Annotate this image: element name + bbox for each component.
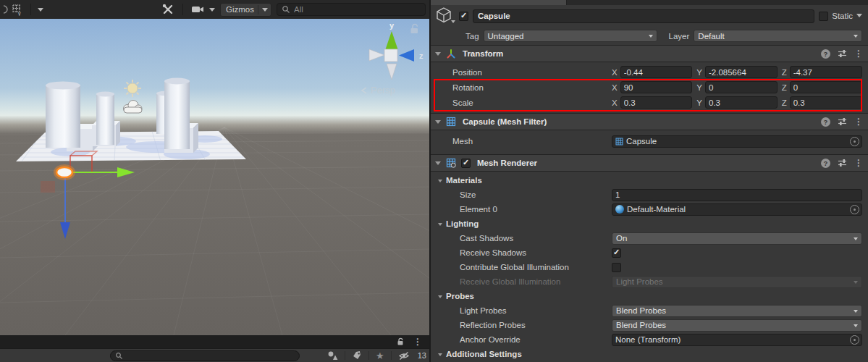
scene-search-field[interactable]	[277, 3, 426, 16]
shapes-filter-icon[interactable]	[327, 350, 338, 361]
presets-icon[interactable]	[838, 159, 847, 167]
probes-section-header: Probes	[431, 289, 868, 303]
rotation-y-input[interactable]	[705, 81, 778, 93]
gizmos-label: Gizmos	[226, 5, 254, 14]
gizmo-center-cube[interactable]	[384, 49, 397, 62]
mesh-filter-component-header[interactable]: Capsule (Mesh Filter) ? ⋮	[431, 113, 868, 130]
scene-viewport[interactable]: y z Persp	[0, 19, 429, 335]
active-checkbox[interactable]	[459, 12, 468, 21]
gameobject-cube-icon[interactable]	[435, 7, 455, 25]
gizmos-dropdown-arrow-icon[interactable]	[262, 8, 268, 14]
cylinder-object[interactable]	[46, 82, 80, 148]
camera-dropdown-arrow-icon[interactable]	[209, 8, 215, 14]
separator	[368, 351, 369, 360]
favorites-star-icon[interactable]: ★	[376, 351, 384, 361]
rotation-z-input[interactable]	[790, 81, 862, 93]
lock-icon[interactable]	[396, 337, 405, 346]
foldout-icon[interactable]	[438, 353, 442, 358]
object-picker-icon[interactable]	[850, 137, 859, 146]
camera-settings-button[interactable]	[191, 4, 215, 14]
additional-settings-section-header: Additional Settings	[431, 347, 868, 361]
kebab-menu-icon[interactable]: ⋮	[854, 49, 863, 58]
hierarchy-search-input[interactable]	[126, 352, 295, 361]
mesh-renderer-component-header[interactable]: Mesh Renderer ? ⋮	[431, 154, 868, 172]
scene-search-input[interactable]	[294, 5, 421, 14]
kebab-menu-icon[interactable]: ⋮	[854, 117, 863, 126]
dropdown-arrow-icon	[854, 281, 858, 286]
foldout-icon[interactable]	[435, 52, 441, 59]
kebab-menu-icon[interactable]: ⋮	[854, 159, 863, 167]
cast-shadows-dropdown[interactable]: On	[612, 232, 862, 245]
hidden-objects-eye-icon[interactable]	[398, 351, 411, 361]
tools-overlay-icon[interactable]	[161, 3, 174, 16]
scale-x-input[interactable]	[620, 96, 693, 109]
foldout-icon[interactable]	[438, 295, 442, 300]
scene-toolbar: y	[0, 0, 429, 19]
mesh-icon	[615, 138, 623, 146]
presets-icon[interactable]	[838, 49, 847, 58]
position-z-input[interactable]	[790, 66, 862, 78]
mesh-renderer-enabled-checkbox[interactable]	[461, 159, 471, 168]
directional-light-gizmo-icon[interactable]	[124, 80, 141, 97]
kebab-menu-icon[interactable]: ⋮	[413, 337, 422, 346]
layer-label: Layer	[669, 32, 690, 41]
reflection-probes-dropdown[interactable]: Blend Probes	[612, 319, 862, 332]
selected-capsule-object[interactable]	[56, 167, 72, 177]
transform-body: Position X Y Z Rotation X Y Z Scale X	[431, 62, 868, 113]
inspector-tab-partial[interactable]	[431, 0, 567, 5]
help-icon[interactable]: ?	[821, 117, 830, 127]
layer-dropdown[interactable]: Default	[694, 30, 862, 42]
anchor-override-row: Anchor Override None (Transform)	[431, 332, 868, 347]
transform-component-header[interactable]: Transform ? ⋮	[431, 45, 868, 62]
axis-y-label: y	[389, 21, 395, 30]
reflection-probes-row: Reflection Probes Blend Probes	[431, 318, 868, 332]
contribute-gi-row: Contribute Global Illumination	[431, 260, 868, 274]
position-x-input[interactable]	[620, 66, 693, 78]
receive-shadows-checkbox[interactable]	[612, 248, 621, 258]
help-icon[interactable]: ?	[821, 159, 830, 168]
mesh-label: Mesh	[431, 137, 612, 146]
scale-z-input[interactable]	[790, 96, 862, 109]
gizmos-button[interactable]: Gizmos	[220, 3, 271, 17]
static-label: Static	[832, 12, 853, 20]
rotation-x-input[interactable]	[620, 81, 693, 93]
ghost-selection-box	[41, 181, 55, 193]
dropdown-arrow-icon	[854, 237, 858, 243]
presets-icon[interactable]	[838, 117, 847, 126]
mesh-filter-body: Mesh Capsule	[431, 130, 868, 154]
separator	[391, 351, 392, 360]
cylinder-object[interactable]	[96, 92, 114, 145]
foldout-icon[interactable]	[435, 120, 441, 127]
tag-dropdown[interactable]: Untagged	[484, 30, 657, 42]
foldout-icon[interactable]	[438, 180, 442, 185]
element0-object-field[interactable]: Default-Material	[612, 203, 862, 216]
material-sphere-icon	[615, 205, 624, 214]
light-probes-dropdown[interactable]: Blend Probes	[612, 305, 862, 317]
anchor-override-object-field[interactable]: None (Transform)	[612, 334, 862, 346]
gameobject-icon-dropdown-arrow[interactable]	[451, 20, 455, 25]
grid-visibility-button[interactable]: y	[12, 4, 43, 16]
static-checkbox[interactable]	[819, 12, 828, 21]
static-dropdown-arrow-icon[interactable]	[856, 14, 862, 20]
scale-y-input[interactable]	[705, 96, 778, 109]
help-icon[interactable]: ?	[821, 49, 830, 59]
foldout-icon[interactable]	[438, 223, 442, 228]
cylinder-object[interactable]	[164, 78, 190, 149]
hierarchy-search-field[interactable]	[110, 350, 300, 361]
foldout-icon[interactable]	[435, 161, 441, 168]
contribute-gi-checkbox[interactable]	[612, 263, 621, 272]
object-picker-icon[interactable]	[850, 205, 859, 214]
separator	[182, 4, 183, 15]
inspector-panel: Static Tag Untagged Layer Default	[431, 0, 868, 362]
position-y-input[interactable]	[705, 66, 778, 78]
grid-icon: y	[12, 4, 24, 16]
gameobject-name-input[interactable]	[473, 9, 814, 23]
mesh-filter-icon	[446, 117, 456, 127]
mesh-object-field[interactable]: Capsule	[612, 135, 862, 148]
search-icon	[115, 352, 123, 360]
materials-size-input[interactable]	[612, 189, 862, 201]
object-picker-icon[interactable]	[850, 335, 859, 345]
tag-filter-icon[interactable]	[352, 350, 362, 361]
tag-label: Tag	[465, 32, 479, 41]
grid-dropdown-arrow-icon[interactable]	[38, 8, 43, 14]
